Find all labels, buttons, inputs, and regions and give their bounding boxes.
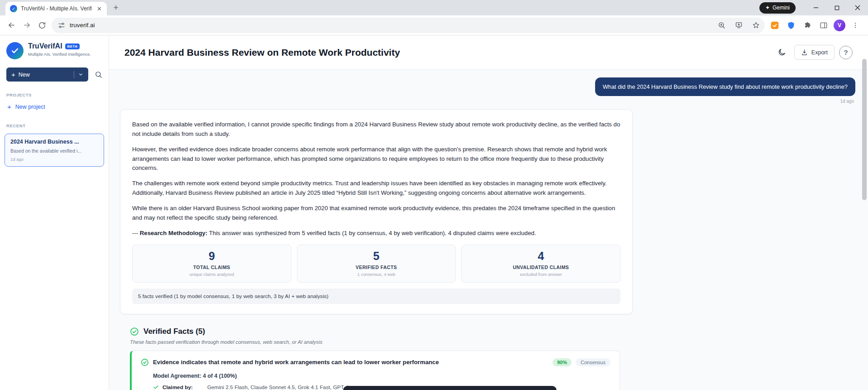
tab-title: TruVerifAI - Multiple AIs. Verifie — [21, 5, 92, 12]
help-button[interactable]: ? — [839, 46, 853, 59]
stat-sub: 1 consensus, 4 web — [358, 272, 396, 277]
new-button-label: New — [19, 72, 30, 78]
sidebar-search-icon[interactable] — [95, 71, 102, 78]
stat-verified-facts: 5 VERIFIED FACTS 1 consensus, 4 web — [297, 245, 456, 283]
check-circle-icon — [141, 358, 149, 366]
claimed-by-models: Gemini 2.5 Flash, Claude Sonnet 4.5, Gro… — [207, 384, 352, 390]
reload-button[interactable] — [34, 18, 50, 33]
answer-paragraph: However, the verified evidence does indi… — [132, 145, 620, 173]
extensions-puzzle-icon[interactable] — [801, 19, 814, 32]
confidence-badge: 90% — [553, 358, 572, 366]
new-tab-button[interactable]: + — [110, 1, 122, 14]
brand-tagline: Multiple AIs. Verified Intelligence. — [28, 52, 91, 57]
stat-total-claims: 9 TOTAL CLAIMS unique claims analyzed — [132, 245, 291, 283]
facts-verified-note: 5 facts verified (1 by model consensus, … — [132, 289, 620, 304]
extension-icon-orange[interactable] — [768, 19, 781, 32]
user-message-bubble: What did the 2024 Harvard Business Revie… — [595, 77, 855, 96]
tab-close-icon[interactable]: ✕ — [95, 5, 103, 13]
site-info-icon[interactable] — [58, 22, 65, 29]
methodology-label: Research Methodology: — [140, 230, 207, 236]
browser-menu-icon[interactable] — [849, 19, 862, 32]
zoom-icon[interactable] — [715, 19, 728, 32]
brand-name: TruVerifAI — [28, 42, 62, 50]
check-icon — [153, 384, 159, 390]
projects-label: PROJECTS — [0, 83, 109, 99]
truverifai-logo-icon — [6, 42, 24, 59]
main-panel: 2024 Harvard Business Review on Remote W… — [109, 35, 868, 390]
vertical-scrollbar-thumb[interactable] — [862, 59, 867, 200]
browser-toolbar: truverif.ai V — [0, 15, 868, 35]
model-agreement: Model Agreement: 4 of 4 (100%) — [153, 373, 610, 379]
verified-facts-subtitle: These facts passed verification through … — [130, 339, 620, 345]
check-circle-icon — [130, 327, 139, 336]
stat-sub: unique claims analyzed — [189, 272, 234, 277]
back-button[interactable] — [4, 18, 19, 33]
url-text: truverif.ai — [70, 22, 95, 29]
install-app-icon[interactable] — [732, 19, 745, 32]
url-bar[interactable]: truverif.ai — [52, 18, 765, 33]
page-title: 2024 Harvard Business Review on Remote W… — [124, 47, 400, 58]
stat-unvalidated-claims: 4 UNVALIDATED CLAIMS excluded from answe… — [461, 245, 620, 283]
dark-mode-toggle[interactable] — [774, 45, 790, 60]
stat-value: 9 — [209, 250, 215, 262]
new-project-label: New project — [15, 104, 45, 110]
bottom-input-bar[interactable] — [343, 386, 557, 390]
verification-stats: 9 TOTAL CLAIMS unique claims analyzed 5 … — [132, 245, 620, 283]
new-project-button[interactable]: + New project — [0, 99, 109, 114]
profile-avatar[interactable]: V — [834, 19, 845, 31]
beta-badge: BETA — [65, 43, 80, 49]
gemini-spark-icon: ✦ — [765, 5, 770, 11]
verified-facts-section: Verified Facts (5) These facts passed ve… — [130, 327, 620, 390]
conversation-header: 2024 Harvard Business Review on Remote W… — [109, 35, 868, 70]
bookmark-star-icon[interactable] — [749, 19, 762, 32]
verified-facts-title: Verified Facts (5) — [143, 327, 205, 336]
message-timestamp: 1d ago — [121, 99, 854, 104]
verification-method-pill: Consensus — [576, 358, 610, 366]
recent-item-title: 2024 Harvard Business ... — [10, 139, 98, 145]
window-maximize-button[interactable] — [826, 0, 847, 15]
claimed-by-label: Claimed by: — [162, 384, 193, 390]
stat-label: VERIFIED FACTS — [356, 265, 397, 270]
window-minimize-button[interactable] — [806, 0, 826, 15]
verified-fact-card: Evidence indicates that remote and hybri… — [130, 351, 620, 390]
export-button[interactable]: Export — [794, 45, 835, 60]
chat-area: What did the 2024 Harvard Business Revie… — [109, 70, 868, 390]
site-favicon-icon: ✓ — [10, 5, 17, 12]
gemini-label: Gemini — [773, 5, 790, 11]
window-close-button[interactable] — [847, 0, 868, 15]
extension-shield-icon[interactable] — [785, 19, 797, 32]
assistant-answer-card: Based on the available verified informat… — [120, 109, 633, 314]
browser-tab-strip: ✓ TruVerifAI - Multiple AIs. Verifie ✕ +… — [0, 0, 868, 15]
recent-conversation-item[interactable]: 2024 Harvard Business ... Based on the a… — [5, 134, 104, 167]
stat-label: UNVALIDATED CLAIMS — [513, 265, 569, 270]
export-label: Export — [811, 49, 828, 56]
plus-icon: + — [7, 103, 11, 111]
stat-value: 4 — [538, 250, 544, 262]
brand: TruVerifAI BETA Multiple AIs. Verified I… — [0, 35, 109, 62]
recent-item-time: 1d ago — [10, 157, 98, 162]
new-button[interactable]: + New — [6, 67, 88, 82]
plus-icon: + — [11, 71, 15, 78]
sidebar: TruVerifAI BETA Multiple AIs. Verified I… — [0, 35, 109, 390]
fact-text: Evidence indicates that remote and hybri… — [153, 359, 548, 366]
side-panel-icon[interactable] — [817, 19, 830, 32]
answer-paragraph: The challenges with remote work extend b… — [132, 179, 620, 198]
chevron-down-icon[interactable] — [78, 72, 83, 77]
answer-paragraph: Based on the available verified informat… — [132, 120, 620, 139]
answer-paragraph: While there is an older Harvard Business… — [132, 204, 620, 223]
recent-item-snippet: Based on the available verified i... — [10, 148, 98, 154]
methodology-line: --- Research Methodology: This answer wa… — [132, 229, 620, 238]
gemini-button[interactable]: ✦ Gemini — [759, 2, 796, 14]
recent-label: RECENT — [0, 114, 109, 130]
download-icon — [801, 49, 808, 56]
forward-button[interactable] — [19, 18, 34, 33]
stat-sub: excluded from answer — [520, 272, 562, 277]
stat-label: TOTAL CLAIMS — [193, 265, 230, 270]
browser-tab[interactable]: ✓ TruVerifAI - Multiple AIs. Verifie ✕ — [5, 2, 107, 15]
stat-value: 5 — [373, 250, 380, 262]
